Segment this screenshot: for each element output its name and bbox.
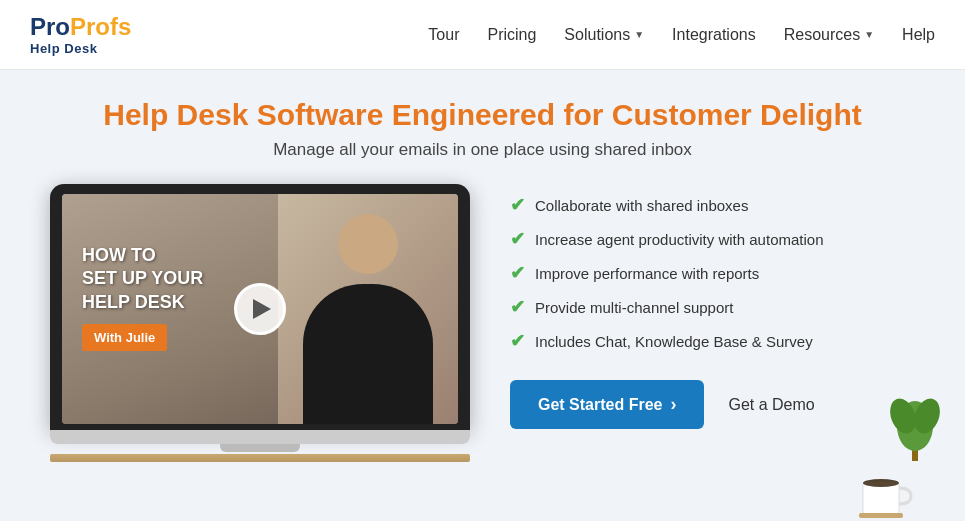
nav-resources[interactable]: Resources ▼ xyxy=(784,26,874,44)
nav-solutions[interactable]: Solutions ▼ xyxy=(564,26,644,44)
hero-title: Help Desk Software Engineered for Custom… xyxy=(50,98,915,132)
feature-item-4: ✔ Provide multi-channel support xyxy=(510,296,915,318)
features-list: ✔ Collaborate with shared inboxes ✔ Incr… xyxy=(510,194,915,352)
logo-subtitle: Help Desk xyxy=(30,41,97,56)
laptop-screen: HOW TO SET UP YOUR HELP DESK With Julie xyxy=(62,194,458,424)
video-text: HOW TO SET UP YOUR HELP DESK With Julie xyxy=(82,244,203,351)
check-icon-2: ✔ xyxy=(510,228,525,250)
video-badge: With Julie xyxy=(82,324,167,351)
feature-item-3: ✔ Improve performance with reports xyxy=(510,262,915,284)
get-started-button[interactable]: Get Started Free › xyxy=(510,380,704,429)
get-demo-link[interactable]: Get a Demo xyxy=(728,396,814,414)
svg-rect-6 xyxy=(859,513,903,518)
nav-tour[interactable]: Tour xyxy=(428,26,459,44)
decoration-coffee xyxy=(855,461,915,521)
feature-item-1: ✔ Collaborate with shared inboxes xyxy=(510,194,915,216)
header: ProProfs Help Desk Tour Pricing Solution… xyxy=(0,0,965,70)
play-icon xyxy=(253,299,271,319)
play-button[interactable] xyxy=(234,283,286,335)
solutions-dropdown-icon: ▼ xyxy=(634,29,644,40)
resources-dropdown-icon: ▼ xyxy=(864,29,874,40)
check-icon-5: ✔ xyxy=(510,330,525,352)
hero-section: Help Desk Software Engineered for Custom… xyxy=(0,70,965,521)
hero-features: ✔ Collaborate with shared inboxes ✔ Incr… xyxy=(510,184,915,429)
person-silhouette xyxy=(278,194,458,424)
check-icon-3: ✔ xyxy=(510,262,525,284)
cta-arrow-icon: › xyxy=(670,394,676,415)
main-nav: Tour Pricing Solutions ▼ Integrations Re… xyxy=(428,26,935,44)
feature-item-5: ✔ Includes Chat, Knowledge Base & Survey xyxy=(510,330,915,352)
check-icon-1: ✔ xyxy=(510,194,525,216)
hero-subtitle: Manage all your emails in one place usin… xyxy=(50,140,915,160)
person-body xyxy=(303,284,433,424)
logo: ProProfs Help Desk xyxy=(30,13,131,56)
laptop-screen-outer: HOW TO SET UP YOUR HELP DESK With Julie xyxy=(50,184,470,430)
nav-integrations[interactable]: Integrations xyxy=(672,26,756,44)
nav-pricing[interactable]: Pricing xyxy=(487,26,536,44)
feature-item-2: ✔ Increase agent productivity with autom… xyxy=(510,228,915,250)
check-icon-4: ✔ xyxy=(510,296,525,318)
video-heading: HOW TO SET UP YOUR HELP DESK xyxy=(82,244,203,314)
laptop-stand xyxy=(220,444,300,452)
logo-profs: Profs xyxy=(70,13,131,40)
logo-pro: Pro xyxy=(30,13,70,40)
decoration-plant xyxy=(885,361,945,461)
video-laptop: HOW TO SET UP YOUR HELP DESK With Julie xyxy=(50,184,470,462)
cta-area: Get Started Free › Get a Demo xyxy=(510,380,915,429)
laptop-base xyxy=(50,430,470,444)
person-head xyxy=(338,214,398,274)
svg-point-5 xyxy=(863,479,899,487)
nav-help[interactable]: Help xyxy=(902,26,935,44)
